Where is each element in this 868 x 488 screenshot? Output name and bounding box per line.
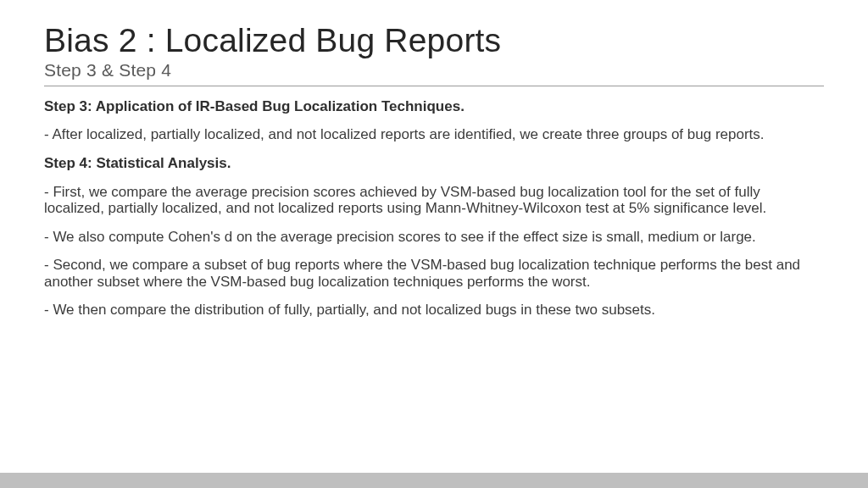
step4-paragraph-3: - Second, we compare a subset of bug rep… — [44, 257, 824, 290]
step4-paragraph-1: - First, we compare the average precisio… — [44, 184, 824, 217]
slide-subtitle: Step 3 & Step 4 — [44, 60, 824, 86]
slide: Bias 2 : Localized Bug Reports Step 3 & … — [0, 0, 868, 488]
slide-body: Step 3: Application of IR-Based Bug Loca… — [44, 98, 824, 319]
footer-bar — [0, 473, 868, 488]
step4-paragraph-2: - We also compute Cohen's d on the avera… — [44, 229, 824, 246]
step3-heading: Step 3: Application of IR-Based Bug Loca… — [44, 98, 824, 115]
step3-paragraph-1: - After localized, partially localized, … — [44, 126, 824, 143]
step4-heading: Step 4: Statistical Analysis. — [44, 155, 824, 172]
slide-title: Bias 2 : Localized Bug Reports — [44, 24, 824, 58]
step4-paragraph-4: - We then compare the distribution of fu… — [44, 302, 824, 319]
